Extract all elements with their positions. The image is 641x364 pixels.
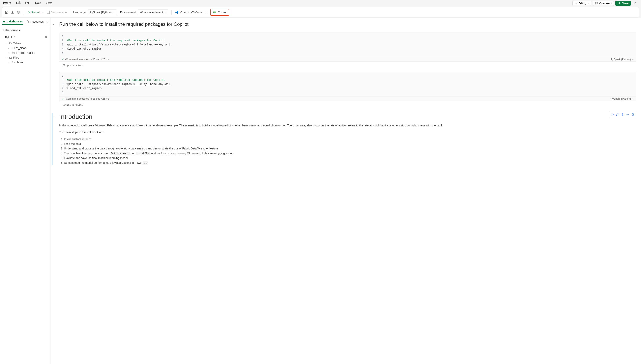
chevron-right-icon: › [8, 52, 11, 54]
lakehouse-row[interactable]: rajLH [0, 34, 50, 40]
gear-icon[interactable] [17, 10, 21, 14]
code-cell[interactable]: 12345 #Run this cell to install the requ… [53, 72, 636, 108]
swap-icon[interactable] [45, 36, 48, 38]
stop-session-button[interactable]: Stop session [47, 11, 67, 14]
folder-icon [9, 56, 12, 59]
tree: ⌄ Tables › df_clean › df_pred_results ⌄ … [0, 40, 50, 66]
file-icon [26, 20, 29, 23]
collapse-chevron-icon[interactable]: ⌄ [53, 23, 55, 26]
environment-label: Environment [120, 11, 136, 14]
chevron-down-icon[interactable]: ⌄ [632, 58, 634, 60]
tab-resources[interactable]: Resources [26, 20, 44, 24]
svg-rect-8 [12, 52, 15, 54]
chevron-down-icon: ⌄ [206, 11, 207, 14]
language-value: PySpark (Python) [90, 11, 112, 14]
lakehouse-name: rajLH [5, 35, 12, 38]
list-item: Install custom libraries [64, 137, 636, 142]
more-icon[interactable]: ⋯ [625, 112, 630, 117]
svg-point-3 [18, 12, 19, 13]
delete-icon[interactable] [630, 112, 635, 117]
lock-icon[interactable] [620, 112, 625, 117]
list-item: Demonstrate the model performance via vi… [64, 160, 636, 165]
language-label: Language [73, 11, 86, 14]
svg-point-1 [634, 2, 635, 3]
chevron-down-icon: ⌄ [164, 11, 166, 14]
code-text[interactable]: #Run this cell to install the required p… [67, 74, 634, 95]
open-vscode-button[interactable]: Open in VS Code ⌄ [175, 10, 207, 14]
copilot-label: Copilot [218, 11, 227, 14]
comments-button[interactable]: Comments [593, 1, 614, 6]
editing-button[interactable]: Editing ⌄ [572, 1, 591, 6]
markdown-cell-selected[interactable]: ⌄ Introduction In this notebook, you'll … [52, 113, 636, 165]
people-icon [633, 2, 637, 5]
separator [171, 10, 172, 15]
code-cell[interactable]: 12345 #Run this cell to install the requ… [53, 32, 636, 68]
svg-rect-0 [595, 2, 598, 4]
tree-table-item[interactable]: › df_clean [0, 46, 50, 50]
environment-dropdown[interactable]: Workspace default ⌄ [138, 10, 168, 15]
collapse-sidebar-icon[interactable]: « [47, 21, 49, 24]
copilot-icon [213, 10, 216, 14]
comment-icon [595, 2, 598, 4]
pin-icon[interactable] [13, 36, 15, 38]
language-dropdown[interactable]: PySpark (Python) ⌄ [88, 10, 117, 15]
line-numbers: 12345 [62, 74, 67, 95]
check-icon: ✓ [62, 58, 64, 61]
chevron-down-icon: ⌄ [587, 2, 589, 4]
cell-toolbar: ⋯ [609, 111, 636, 118]
chevron-down-icon: ⌄ [6, 56, 8, 59]
menu-item-run[interactable]: Run [25, 1, 30, 5]
tree-files[interactable]: ⌄ Files [0, 55, 50, 60]
chevron-down-icon[interactable]: ⌄ [42, 11, 44, 14]
download-icon[interactable] [11, 10, 15, 14]
open-vscode-label: Open in VS Code [180, 11, 202, 14]
cell-status: -Command executed in 15 sec 426 ms [65, 58, 109, 61]
list-item: Evaluate and save the final machine lear… [64, 156, 636, 160]
svg-rect-6 [3, 22, 5, 23]
menu-item-data[interactable]: Data [35, 1, 41, 5]
intro-p1: In this notebook, you'll see a Microsoft… [59, 123, 636, 128]
cell-lang[interactable]: PySpark (Python) [611, 58, 631, 61]
tab-lakehouses[interactable]: Lakehouses [3, 20, 23, 24]
tree-files-label: Files [13, 56, 19, 59]
people-button[interactable] [632, 0, 638, 6]
tree-table-item[interactable]: › df_pred_results [0, 50, 50, 55]
markdown-cell: ⌄ Run the cell below to install the requ… [53, 22, 636, 28]
menu-item-edit[interactable]: Edit [16, 1, 21, 5]
cell-status: -Command executed in 15 sec 426 ms [65, 97, 109, 100]
chevron-down-icon: ⌄ [113, 11, 115, 14]
vscode-icon [175, 10, 179, 14]
menu-item-home[interactable]: Home [3, 1, 11, 5]
code-icon[interactable] [610, 112, 614, 117]
tree-tables[interactable]: ⌄ Tables [0, 41, 50, 46]
svg-point-5 [214, 12, 216, 13]
cell-lang[interactable]: PySpark (Python) [611, 97, 631, 100]
svg-point-2 [635, 2, 636, 3]
share-button[interactable]: Share [615, 1, 631, 6]
cell-footer: ✓ -Command executed in 15 sec 426 ms PyS… [59, 57, 636, 62]
separator [24, 10, 24, 15]
save-icon[interactable] [5, 10, 9, 14]
menubar: Home Edit Run Data View Editing ⌄ Commen… [0, 0, 641, 6]
sidebar-header: Lakehouses [0, 26, 50, 34]
svg-rect-9 [622, 114, 623, 116]
notebook-content[interactable]: ⌄ Run the cell below to install the requ… [51, 18, 641, 364]
collapse-chevron-icon[interactable]: ⌄ [53, 114, 55, 117]
menubar-right: Editing ⌄ Comments Share [572, 0, 638, 6]
menu-item-view[interactable]: View [46, 1, 52, 5]
chevron-down-icon[interactable]: ⌄ [632, 98, 634, 100]
output-hidden[interactable]: Output is hidden [59, 62, 636, 68]
environment-value: Workspace default [140, 11, 163, 14]
menubar-left: Home Edit Run Data View [3, 1, 52, 5]
copilot-button[interactable]: Copilot [210, 9, 229, 16]
output-hidden[interactable]: Output is hidden [59, 102, 636, 108]
svg-rect-7 [12, 47, 15, 49]
intro-title: Introduction [59, 113, 636, 120]
tree-file-item[interactable]: › churn [0, 60, 50, 65]
table-icon [12, 52, 15, 54]
comments-label: Comments [599, 2, 611, 5]
edit-icon[interactable] [615, 112, 620, 117]
list-item: Understand and process the data through … [64, 146, 636, 151]
code-text[interactable]: #Run this cell to install the required p… [67, 34, 634, 55]
run-all-button[interactable]: Run all [27, 11, 40, 14]
